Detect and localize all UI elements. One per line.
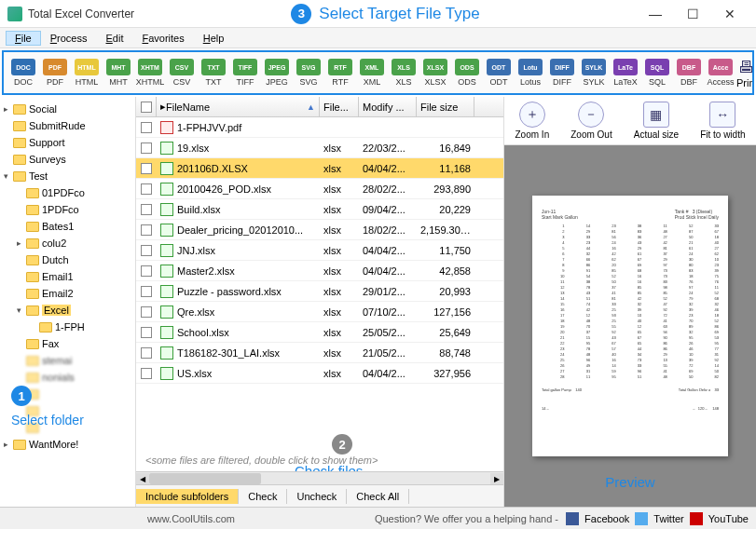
format-jpeg-button[interactable]: JPEGJPEG	[261, 59, 293, 87]
format-rtf-button[interactable]: RTFRTF	[324, 59, 356, 87]
youtube-icon[interactable]	[690, 512, 703, 525]
format-sql-button[interactable]: SQLSQL	[641, 59, 673, 87]
column-filename[interactable]: ▸ FileName▲	[157, 97, 320, 116]
check-all-button[interactable]: Check All	[347, 489, 409, 504]
file-row[interactable]: 20100426_POD.xlsxxlsx28/02/2...293,890	[136, 179, 503, 199]
file-checkbox[interactable]	[141, 183, 152, 195]
preview-area[interactable]: Jun-11Start Mark GallonTank # 3 (Diesel)…	[504, 145, 756, 507]
column-checkbox[interactable]	[136, 97, 157, 116]
format-latex-button[interactable]: LaTeLaTeX	[610, 59, 641, 87]
menu-help[interactable]: Help	[194, 31, 234, 46]
format-odt-button[interactable]: ODTODT	[483, 59, 515, 87]
facebook-icon[interactable]	[566, 512, 579, 525]
column-ext[interactable]: File...	[320, 97, 359, 116]
tree-item[interactable]: SubmitRude	[0, 117, 135, 134]
menu-edit[interactable]: Edit	[97, 31, 133, 46]
tree-item[interactable]: 1-FPH	[0, 319, 135, 335]
minimize-button[interactable]: —	[637, 1, 674, 27]
file-checkbox[interactable]	[141, 204, 152, 215]
twitter-link[interactable]: Twitter	[653, 513, 683, 524]
format-dbf-button[interactable]: DBFDBF	[673, 59, 705, 87]
scroll-right-arrow[interactable]: ▶	[490, 473, 503, 484]
format-xls-button[interactable]: XLSXLS	[388, 59, 419, 87]
tree-item[interactable]: Support	[0, 134, 135, 151]
format-tiff-button[interactable]: TIFFTIFF	[229, 59, 261, 87]
format-svg-button[interactable]: SVGSVG	[293, 59, 324, 87]
format-txt-button[interactable]: TXTTXT	[198, 59, 229, 87]
file-checkbox[interactable]	[141, 347, 152, 359]
file-row[interactable]: T186182-301_LAI.xlsxxlsx21/05/2...88,748	[136, 343, 503, 363]
maximize-button[interactable]: ☐	[674, 1, 711, 27]
file-checkbox[interactable]	[141, 143, 152, 154]
file-checkbox[interactable]	[141, 163, 152, 174]
tree-item[interactable]: Surveys	[0, 151, 135, 168]
file-row[interactable]: Puzzle - password.xlsxxlsx29/01/2...20,9…	[136, 281, 503, 302]
format-ods-button[interactable]: ODSODS	[451, 59, 483, 87]
format-doc-button[interactable]: DOCDOC	[7, 59, 39, 87]
format-access-button[interactable]: AcceAccess	[705, 59, 736, 87]
uncheck-button[interactable]: Uncheck	[287, 489, 347, 504]
file-row[interactable]: 201106D.XLSXxlsx04/04/2...11,168	[136, 158, 503, 179]
file-row[interactable]: Build.xlsxxlsx09/04/2...20,229	[136, 199, 503, 220]
tree-item[interactable]: ▸WantMore!	[0, 436, 135, 453]
file-row[interactable]: Master2.xlsxxlsx04/04/2...42,858	[136, 261, 503, 281]
format-csv-button[interactable]: CSVCSV	[166, 59, 198, 87]
format-diff-button[interactable]: DIFFDIFF	[546, 59, 578, 87]
tree-item[interactable]: Email1	[0, 268, 135, 285]
file-row[interactable]: Dealer_pricing_02012010...xlsx18/02/2...…	[136, 220, 503, 240]
actual-size-button[interactable]: ▦Actual size	[634, 102, 679, 140]
file-checkbox[interactable]	[141, 265, 152, 277]
format-xlsx-button[interactable]: XLSXXLSX	[419, 59, 451, 87]
tree-item[interactable]: Email2	[0, 285, 135, 302]
file-checkbox[interactable]	[141, 306, 152, 318]
tree-item[interactable]: Dutch	[0, 251, 135, 268]
format-xhtml-button[interactable]: XHTMXHTML	[134, 59, 166, 87]
menu-file[interactable]: File	[6, 31, 41, 46]
tree-item[interactable]: 1PDFco	[0, 201, 135, 218]
format-sylk-button[interactable]: SYLKSYLK	[578, 59, 610, 87]
file-checkbox[interactable]	[141, 327, 152, 338]
file-checkbox[interactable]	[141, 122, 152, 133]
twitter-icon[interactable]	[635, 512, 648, 525]
format-pdf-button[interactable]: PDFPDF	[39, 59, 71, 87]
file-row[interactable]: 19.xlsxxlsx22/03/2...16,849	[136, 138, 503, 158]
format-lotus-button[interactable]: LotuLotus	[515, 59, 546, 87]
menu-favorites[interactable]: Favorites	[132, 31, 193, 46]
format-mht-button[interactable]: MHTMHT	[103, 59, 134, 87]
file-list[interactable]: 1-FPHJVV.pdf19.xlsxxlsx22/03/2...16,8492…	[136, 117, 503, 449]
file-checkbox[interactable]	[141, 224, 152, 236]
file-row[interactable]: Qre.xlsxxlsx07/10/2...127,156	[136, 302, 503, 322]
youtube-link[interactable]: YouTube	[708, 513, 749, 524]
menu-process[interactable]: Process	[41, 31, 97, 46]
zoom-in-button[interactable]: ＋Zoom In	[515, 102, 550, 140]
tree-item[interactable]: Bates1	[0, 218, 135, 235]
tree-item[interactable]: stemai	[0, 352, 135, 369]
format-html-button[interactable]: HTMLHTML	[71, 59, 103, 87]
file-row[interactable]: 1-FPHJVV.pdf	[136, 117, 503, 138]
tree-item[interactable]: Fax	[0, 335, 135, 352]
close-button[interactable]: ✕	[711, 1, 749, 27]
tree-item[interactable]: 01PDFco	[0, 184, 135, 201]
file-checkbox[interactable]	[141, 245, 152, 256]
tree-item[interactable]: ▸colu2	[0, 235, 135, 251]
file-row[interactable]: School.xlsxxlsx25/05/2...25,649	[136, 322, 503, 343]
check-button[interactable]: Check	[239, 489, 287, 504]
include-subfolders-button[interactable]: Include subfolders	[136, 489, 239, 504]
file-row[interactable]: US.xlsxxlsx04/04/2...327,956	[136, 363, 503, 384]
zoom-out-button[interactable]: －Zoom Out	[570, 102, 612, 140]
scroll-thumb[interactable]	[149, 473, 261, 484]
tree-item[interactable]: nonials	[0, 369, 135, 386]
file-row[interactable]: JNJ.xlsxxlsx04/04/2...11,750	[136, 240, 503, 261]
column-modify[interactable]: Modify ...	[359, 97, 417, 116]
file-checkbox[interactable]	[141, 368, 152, 379]
tree-item[interactable]: ▾Excel	[0, 302, 135, 319]
file-checkbox[interactable]	[141, 286, 152, 297]
facebook-link[interactable]: Facebook	[584, 513, 629, 524]
folder-tree[interactable]: ▸SocialSubmitRudeSupportSurveys▾Test01PD…	[0, 97, 136, 507]
tree-item[interactable]: ▸Social	[0, 101, 135, 117]
print-button[interactable]: 🖶 Print	[736, 58, 754, 88]
horizontal-scrollbar[interactable]: ◀ ▶	[136, 471, 503, 484]
fit-width-button[interactable]: ↔Fit to width	[700, 102, 745, 140]
column-size[interactable]: File size	[417, 97, 474, 116]
tree-item[interactable]: ▾Test	[0, 168, 135, 184]
